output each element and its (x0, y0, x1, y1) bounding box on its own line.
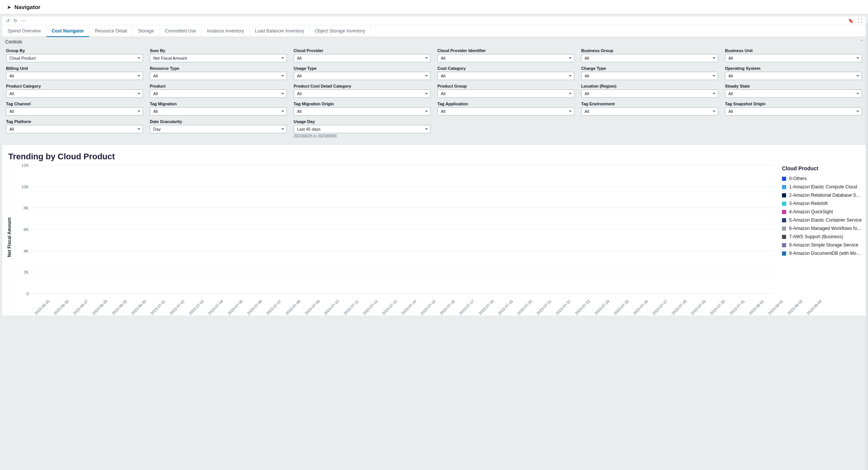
legend-item[interactable]: 7-AWS Support (Business) (782, 234, 862, 239)
x-tick: 2023-07-26 (632, 299, 656, 318)
select-operating-system[interactable]: All (725, 72, 862, 80)
select-usage-day[interactable]: Last 45 days (294, 125, 431, 133)
legend-label: 4-Amazon QuickSight (789, 209, 833, 214)
x-tick: 2023-07-02 (169, 299, 193, 318)
redo-icon[interactable]: ↻ (14, 18, 17, 23)
more-icon[interactable]: ⋯ (21, 18, 26, 23)
select-steady-state[interactable]: All (725, 89, 862, 98)
x-tick: 2023-06-25 (34, 299, 58, 318)
tab-instance-inventory[interactable]: Instance Inventory (202, 25, 250, 37)
x-tick: 2023-07-06 (246, 299, 270, 318)
x-tick: 2023-07-09 (304, 299, 328, 318)
control-business-unit: Business UnitAll (725, 48, 862, 62)
x-tick: 2023-07-01 (149, 299, 174, 318)
select-date-granularity[interactable]: Day (150, 125, 287, 133)
select-location-(region)[interactable]: All (581, 89, 718, 98)
x-tick: 2023-07-15 (420, 299, 444, 318)
control-cost-category: Cost CategoryAll (437, 66, 574, 80)
control-label: Usage Day (294, 119, 431, 124)
legend-swatch (782, 193, 786, 197)
chart-card: Trending by Cloud Product Net Fiscal Amo… (2, 145, 866, 316)
x-tick: 2023-07-04 (208, 299, 232, 318)
tabs: Spend OverviewCost NavigatorResource Det… (2, 25, 866, 37)
select-business-unit[interactable]: All (725, 54, 862, 62)
select-product[interactable]: All (150, 89, 287, 98)
fullscreen-icon[interactable]: ⛶ (857, 18, 862, 23)
select-tag-channel[interactable]: All (6, 107, 143, 116)
select-product-category[interactable]: All (6, 89, 143, 98)
select-cloud-provider-identifier[interactable]: All (437, 54, 574, 62)
scrollbar[interactable] (864, 23, 868, 318)
legend-item[interactable]: 1-Amazon Elastic Compute Cloud (782, 184, 862, 190)
legend-item[interactable]: 0-Others (782, 176, 862, 181)
select-resource-type[interactable]: All (150, 72, 287, 80)
select-charge-type[interactable]: All (581, 72, 718, 80)
control-tag-snapshot-origin: Tag Snapshot OriginAll (725, 102, 862, 116)
control-label: Date Granularity (150, 119, 287, 124)
legend-item[interactable]: 9-Amazon DocumentDB (with Mong... (782, 251, 862, 256)
control-hint: 2023/06/25 to 2023/08/08 (294, 134, 431, 138)
select-cost-category[interactable]: All (437, 72, 574, 80)
x-tick: 2023-06-26 (53, 299, 77, 318)
tab-object-storage-inventory[interactable]: Object Storage Inventory (310, 25, 371, 37)
control-tag-migration-origin: Tag Migration OriginAll (294, 102, 431, 116)
legend-item[interactable]: 3-Amazon Redshift (782, 201, 862, 206)
control-label: Billing Unit (6, 66, 143, 71)
legend-item[interactable]: 5-Amazon Elastic Container Service (782, 217, 862, 223)
control-cloud-provider: Cloud ProviderAll (294, 48, 431, 62)
x-tick: 2023-07-31 (729, 299, 753, 318)
tab-cost-navigator[interactable]: Cost Navigator (46, 25, 89, 37)
select-tag-migration-origin[interactable]: All (294, 107, 431, 116)
select-tag-migration[interactable]: All (150, 107, 287, 116)
tab-committed-use[interactable]: Committed Use (160, 25, 202, 37)
legend-item[interactable]: 8-Amazon Simple Storage Service (782, 242, 862, 248)
legend-label: 0-Others (789, 176, 807, 181)
control-label: Product Cost Detail Category (294, 84, 431, 88)
select-usage-type[interactable]: All (294, 72, 431, 80)
toolbar: ↺ ↻ ⋯ 🔖 ⛶ (2, 17, 866, 25)
select-tag-platform[interactable]: All (6, 125, 143, 133)
x-tick: 2023-07-17 (459, 299, 483, 318)
select-sum-by[interactable]: Net Fiscal Amount (150, 54, 287, 62)
select-cloud-provider[interactable]: All (294, 54, 431, 62)
control-label: Location (Region) (581, 84, 718, 88)
legend-label: 5-Amazon Elastic Container Service (789, 217, 862, 223)
undo-icon[interactable]: ↺ (6, 18, 10, 23)
x-tick: 2023-06-29 (111, 299, 135, 318)
select-billing-unit[interactable]: All (6, 72, 143, 80)
tab-resource-detail[interactable]: Resource Detail (89, 25, 132, 37)
select-tag-snapshot-origin[interactable]: All (725, 107, 862, 116)
control-label: Tag Migration Origin (294, 102, 431, 106)
control-operating-system: Operating SystemAll (725, 66, 862, 80)
control-tag-platform: Tag PlatformAll (6, 119, 143, 138)
legend-swatch (782, 251, 786, 256)
control-label: Tag Migration (150, 102, 287, 106)
select-product-group[interactable]: All (437, 89, 574, 98)
select-tag-environment[interactable]: All (581, 107, 718, 116)
tab-spend-overview[interactable]: Spend Overview (2, 25, 46, 37)
control-label: Group By (6, 48, 143, 53)
legend-item[interactable]: 2-Amazon Relational Database Service (782, 193, 862, 198)
select-group-by[interactable]: Cloud Product (6, 54, 143, 62)
tab-storage[interactable]: Storage (133, 25, 160, 37)
control-date-granularity: Date GranularityDay (150, 119, 287, 138)
select-tag-application[interactable]: All (437, 107, 574, 116)
x-tick: 2023-06-30 (130, 299, 154, 318)
navigator-icon: ➤ (7, 4, 11, 10)
control-label: Tag Channel (6, 102, 143, 106)
select-business-group[interactable]: All (581, 54, 718, 62)
legend-label: 9-Amazon DocumentDB (with Mong... (789, 251, 862, 256)
x-tick: 2023-07-12 (362, 299, 386, 318)
control-label: Resource Type (150, 66, 287, 71)
legend-label: 8-Amazon Simple Storage Service (789, 242, 858, 248)
legend-item[interactable]: 6-Amazon Managed Workflows for ... (782, 226, 862, 231)
x-tick: 2023-07-25 (613, 299, 637, 318)
collapse-controls-icon[interactable]: ˄ (860, 39, 863, 45)
select-product-cost-detail-category[interactable]: All (294, 89, 431, 98)
chart-title: Trending by Cloud Product (8, 152, 862, 162)
y-tick: 4K (24, 249, 29, 253)
legend-item[interactable]: 4-Amazon QuickSight (782, 209, 862, 214)
legend-swatch (782, 243, 786, 247)
bookmark-icon[interactable]: 🔖 (848, 18, 854, 23)
tab-load-balancer-inventory[interactable]: Load Balancer Inventory (250, 25, 310, 37)
